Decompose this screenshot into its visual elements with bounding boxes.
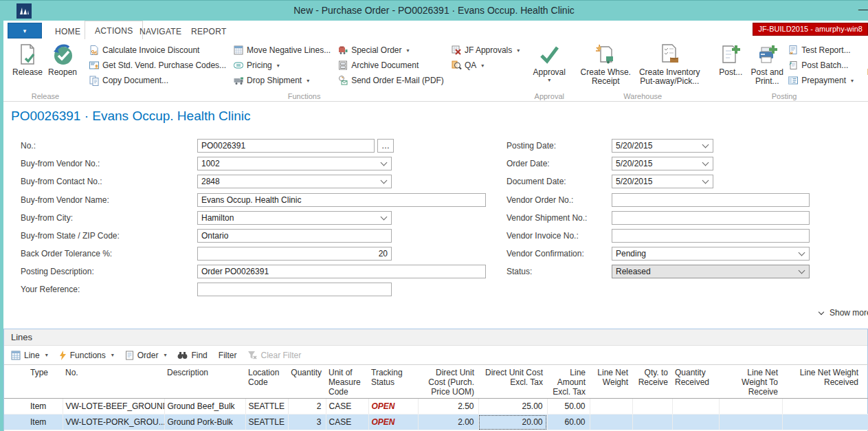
field-row: Status:: [0, 265, 868, 280]
cell-uom[interactable]: CASE: [326, 415, 368, 430]
functions-menu-button[interactable]: Functions: [59, 351, 114, 360]
cell-direct-unit-cost-excl-tax[interactable]: 25.00: [478, 399, 547, 415]
cell-location-code[interactable]: SEATTLE: [245, 399, 288, 415]
tab-home[interactable]: HOME: [48, 24, 87, 39]
cell-uom[interactable]: CASE: [326, 399, 368, 415]
qa-button[interactable]: QA: [451, 59, 520, 71]
cell-location-code[interactable]: SEATTLE: [245, 415, 288, 430]
clear-filter-icon: [247, 351, 257, 360]
filter-button[interactable]: Filter: [219, 351, 237, 360]
cell-no[interactable]: VW-LOTE-PORK_GROU...: [63, 415, 164, 430]
print-button[interactable]: Print...: [862, 41, 868, 77]
ribbon-group-posting: Post... Post and Print...: [711, 39, 858, 101]
col-line-amount-excl-tax[interactable]: Line Amount Excl. Tax: [547, 365, 590, 399]
col-quantity-received[interactable]: Quantity Received: [672, 365, 719, 399]
line-menu-button[interactable]: Line: [11, 351, 48, 360]
approval-button[interactable]: Approval ▾: [528, 41, 570, 83]
jf-approvals-button[interactable]: JF Approvals: [451, 44, 520, 56]
your-reference-field[interactable]: [197, 283, 392, 296]
cell-quantity-received[interactable]: [672, 399, 719, 415]
document-date-field[interactable]: [612, 175, 713, 188]
cell-line-net-weight[interactable]: [590, 399, 632, 415]
cell-quantity[interactable]: 3: [288, 415, 326, 430]
archive-document-button[interactable]: Archive Document: [337, 59, 444, 71]
col-direct-unit-cost-excl-tax[interactable]: Direct Unit Cost Excl. Tax: [478, 365, 547, 399]
post-and-print-button[interactable]: Post and Print...: [746, 41, 788, 86]
get-std-vend-purchase-codes-button[interactable]: Get Std. Vend. Purchase Codes...: [89, 59, 226, 71]
line-row-1[interactable]: Item VW-LOTE-BEEF_GROUND Ground Beef_Bul…: [4, 399, 868, 415]
col-quantity[interactable]: Quantity: [288, 365, 326, 399]
cell-description[interactable]: Ground Pork-Bulk: [164, 415, 245, 430]
release-button[interactable]: Release: [10, 41, 45, 77]
posting-date-field[interactable]: [612, 139, 713, 153]
cell-quantity-received[interactable]: [672, 415, 719, 430]
create-whse-receipt-button[interactable]: Create Whse. Receipt: [579, 41, 632, 86]
cell-lnw-to-receive[interactable]: [719, 415, 782, 430]
col-no[interactable]: No.: [63, 365, 164, 399]
copy-document-button[interactable]: Copy Document...: [89, 74, 226, 87]
cell-qty-to-receive[interactable]: [632, 399, 672, 415]
lines-table: Type No. Description Location Code Quant…: [4, 364, 868, 430]
clear-filter-button[interactable]: Clear Filter: [247, 351, 301, 360]
prepayment-button[interactable]: Prepayment: [788, 74, 854, 87]
cell-lnw-received[interactable]: [782, 399, 868, 415]
special-order-button[interactable]: Special Order: [337, 44, 444, 56]
line-row-2-selected[interactable]: Item VW-LOTE-PORK_GROU... Ground Pork-Bu…: [4, 415, 868, 430]
test-report-button[interactable]: Test Report...: [788, 44, 854, 56]
col-location-code[interactable]: Location Code: [245, 365, 288, 399]
status-field[interactable]: [612, 265, 810, 278]
cell-direct-unit-cost-puom[interactable]: 2.00: [418, 415, 478, 430]
col-qty-to-receive[interactable]: Qty. to Receive: [632, 365, 672, 399]
vendor-confirmation-field[interactable]: [612, 247, 810, 261]
cell-no[interactable]: VW-LOTE-BEEF_GROUND: [63, 399, 164, 415]
tab-navigate[interactable]: NAVIGATE: [133, 24, 188, 39]
pricing-button[interactable]: Pricing: [233, 59, 331, 71]
reopen-button[interactable]: Reopen: [45, 41, 80, 77]
cell-direct-unit-cost-excl-tax-focused[interactable]: 20.00: [478, 415, 547, 430]
create-inventory-putaway-button[interactable]: Create Inventory Put-away/Pick...: [632, 41, 706, 86]
find-button[interactable]: Find: [177, 351, 207, 360]
cell-tracking-status[interactable]: OPEN: [368, 415, 418, 430]
cell-line-amount-excl-tax[interactable]: 50.00: [547, 399, 590, 415]
lines-caption[interactable]: Lines: [4, 329, 867, 346]
cell-tracking-status[interactable]: OPEN: [368, 399, 418, 415]
cell-type[interactable]: Item: [4, 399, 63, 415]
vendor-invoice-no-field[interactable]: [612, 229, 810, 243]
post-button[interactable]: Post...: [715, 41, 746, 77]
post-batch-button[interactable]: Post Batch...: [788, 59, 854, 71]
cell-quantity[interactable]: 2: [288, 399, 326, 415]
application-menu-button[interactable]: ▾: [8, 23, 42, 38]
vendor-shipment-no-label: Vendor Shipment No.:: [507, 213, 587, 223]
tab-report[interactable]: REPORT: [184, 24, 234, 39]
ribbon-group-release: Release Reopen Release: [6, 39, 85, 101]
order-date-label: Order Date:: [507, 159, 550, 168]
calculate-invoice-discount-button[interactable]: Calculate Invoice Discount: [89, 44, 226, 56]
col-line-net-weight[interactable]: Line Net Weight: [590, 365, 632, 399]
drop-shipment-button[interactable]: Drop Shipment: [233, 74, 331, 87]
move-negative-lines-button[interactable]: Move Negative Lines...: [233, 44, 331, 56]
cell-direct-unit-cost-puom[interactable]: 2.50: [418, 399, 478, 415]
col-tracking-status[interactable]: Tracking Status: [368, 365, 418, 399]
col-description[interactable]: Description: [164, 365, 245, 399]
cell-lnw-to-receive[interactable]: [719, 399, 782, 415]
col-unit-of-measure-code[interactable]: Unit of Measure Code: [326, 365, 368, 399]
status-label: Status:: [507, 267, 532, 276]
order-menu-button[interactable]: Order: [125, 351, 167, 360]
order-date-field[interactable]: [612, 157, 713, 170]
vendor-order-no-field[interactable]: [612, 193, 810, 207]
cell-qty-to-receive[interactable]: [632, 415, 672, 430]
col-line-net-weight-to-receive[interactable]: Line Net Weight To Receive: [719, 365, 782, 399]
col-direct-unit-cost-puom[interactable]: Direct Unit Cost (Purch. Price UOM): [418, 365, 478, 399]
cell-type[interactable]: Item: [4, 415, 63, 430]
col-type[interactable]: Type: [4, 365, 63, 399]
send-order-email-button[interactable]: Send Order E-Mail (PDF): [337, 74, 444, 87]
minimize-button[interactable]: —: [858, 3, 868, 14]
show-more-link[interactable]: Show more: [819, 308, 868, 318]
cell-line-amount-excl-tax[interactable]: 60.00: [547, 415, 590, 430]
cell-line-net-weight[interactable]: [590, 415, 632, 430]
release-group-label: Release: [6, 92, 85, 100]
col-line-net-weight-received[interactable]: Line Net Weight Received: [782, 365, 868, 399]
cell-lnw-received[interactable]: [782, 415, 868, 430]
vendor-shipment-no-field[interactable]: [612, 211, 810, 225]
cell-description[interactable]: Ground Beef_Bulk: [164, 399, 245, 415]
